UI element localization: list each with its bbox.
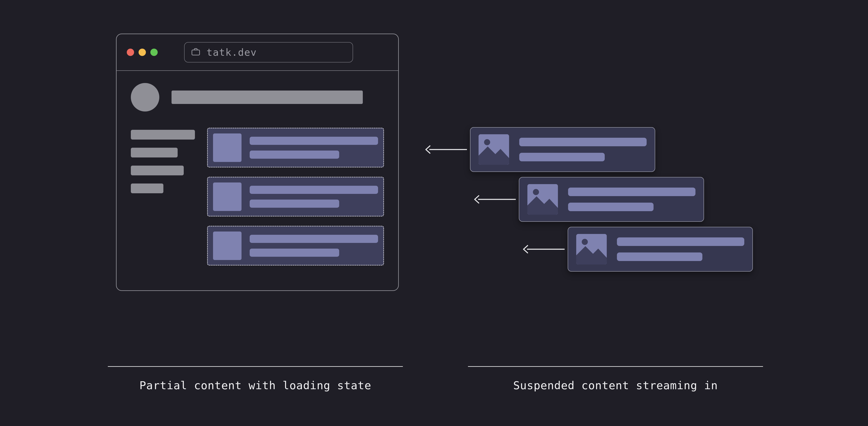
slot-lines bbox=[250, 137, 378, 159]
slot-thumb-placeholder bbox=[213, 133, 242, 162]
streaming-card bbox=[519, 177, 704, 222]
streaming-line-placeholder bbox=[617, 237, 744, 246]
traffic-lights bbox=[127, 49, 158, 56]
sidebar-placeholder bbox=[131, 128, 195, 266]
caption-left: Partial content with loading state bbox=[108, 379, 403, 392]
browser-window: tatk.dev bbox=[116, 34, 399, 291]
streaming-card-lines bbox=[617, 237, 744, 261]
caption-left-block: Partial content with loading state bbox=[108, 366, 403, 392]
svg-rect-0 bbox=[192, 50, 199, 55]
slot-line-placeholder bbox=[250, 200, 339, 208]
streaming-card-lines bbox=[519, 138, 647, 161]
streaming-card bbox=[568, 227, 753, 272]
streaming-line-placeholder bbox=[568, 203, 654, 211]
browser-chrome: tatk.dev bbox=[117, 34, 398, 71]
streaming-card-lines bbox=[568, 188, 695, 211]
image-icon bbox=[478, 134, 509, 165]
traffic-light-minimize-icon bbox=[138, 49, 146, 56]
address-bar[interactable]: tatk.dev bbox=[184, 42, 353, 62]
caption-right: Suspended content streaming in bbox=[468, 379, 763, 392]
slot-line-placeholder bbox=[250, 249, 339, 257]
slot-lines bbox=[250, 186, 378, 208]
sidebar-line-placeholder bbox=[131, 183, 163, 193]
streaming-line-placeholder bbox=[519, 138, 647, 146]
briefcase-icon bbox=[191, 47, 201, 58]
image-icon bbox=[576, 234, 607, 265]
slot-thumb-placeholder bbox=[213, 232, 242, 260]
sidebar-line-placeholder bbox=[131, 130, 195, 140]
svg-point-6 bbox=[582, 239, 588, 245]
streaming-line-placeholder bbox=[568, 188, 695, 196]
streaming-line-placeholder bbox=[519, 153, 605, 161]
loading-slots bbox=[207, 128, 384, 266]
loading-slot bbox=[207, 226, 384, 266]
svg-point-2 bbox=[484, 139, 490, 145]
caption-right-block: Suspended content streaming in bbox=[468, 366, 763, 392]
traffic-light-zoom-icon bbox=[150, 49, 158, 56]
slot-line-placeholder bbox=[250, 186, 378, 194]
caption-left-rule bbox=[108, 366, 403, 367]
loading-slot bbox=[207, 128, 384, 168]
slot-line-placeholder bbox=[250, 235, 378, 243]
traffic-light-close-icon bbox=[127, 49, 134, 56]
address-bar-url: tatk.dev bbox=[207, 47, 257, 58]
svg-point-4 bbox=[533, 189, 539, 195]
page-header bbox=[131, 83, 384, 112]
slot-line-placeholder bbox=[250, 137, 378, 145]
loading-slot bbox=[207, 177, 384, 216]
streaming-line-placeholder bbox=[617, 252, 702, 261]
slot-line-placeholder bbox=[250, 151, 339, 159]
streaming-card bbox=[470, 127, 655, 172]
slot-thumb-placeholder bbox=[213, 182, 242, 211]
avatar-placeholder bbox=[131, 83, 159, 112]
title-placeholder bbox=[172, 91, 363, 104]
slot-lines bbox=[250, 235, 378, 257]
image-icon bbox=[527, 184, 558, 215]
caption-right-rule bbox=[468, 366, 763, 367]
sidebar-line-placeholder bbox=[131, 165, 184, 175]
sidebar-line-placeholder bbox=[131, 148, 178, 157]
